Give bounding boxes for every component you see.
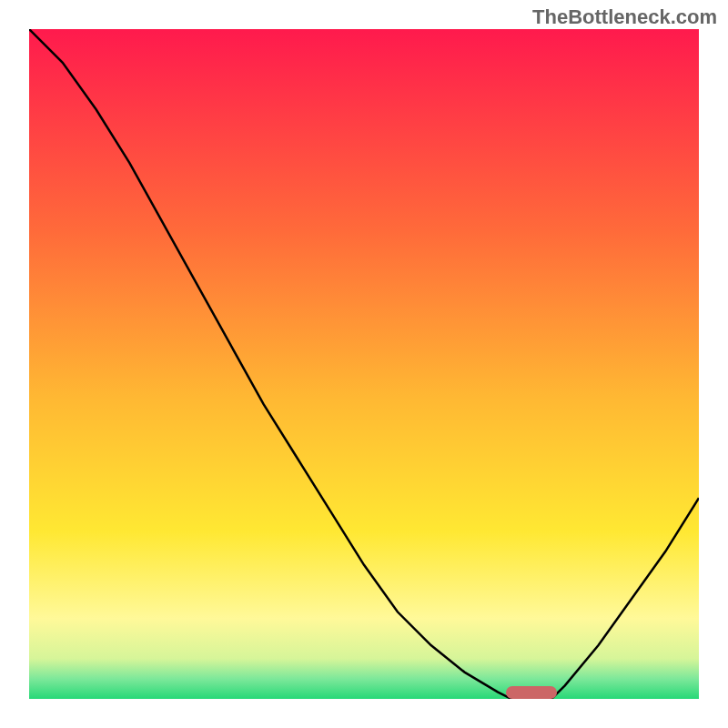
optimal-marker	[506, 686, 557, 699]
chart-container: TheBottleneck.com	[0, 0, 728, 728]
chart-area	[29, 29, 699, 699]
watermark-text: TheBottleneck.com	[532, 5, 717, 29]
bottleneck-curve	[29, 29, 699, 699]
